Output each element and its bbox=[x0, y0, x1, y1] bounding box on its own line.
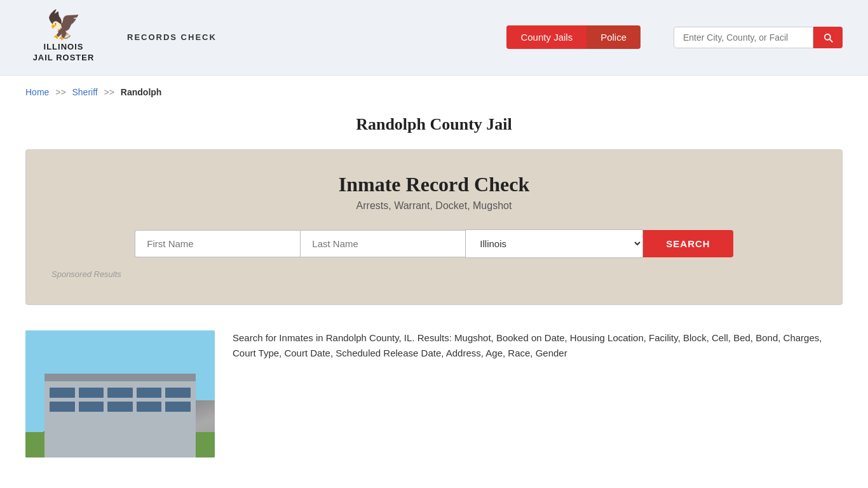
records-check-label: RECORDS CHECK bbox=[127, 32, 217, 42]
window bbox=[165, 402, 191, 412]
window bbox=[165, 388, 191, 398]
window bbox=[137, 388, 162, 398]
building-top bbox=[44, 374, 196, 381]
state-select[interactable]: IllinoisAlabamaAlaskaArizonaArkansasCali… bbox=[465, 229, 643, 258]
breadcrumb-home[interactable]: Home bbox=[25, 87, 49, 97]
window bbox=[50, 388, 75, 398]
page-title: Randolph County Jail bbox=[25, 115, 843, 134]
search-icon bbox=[822, 32, 834, 43]
window bbox=[79, 402, 104, 412]
header-search bbox=[674, 27, 843, 48]
main-nav: County Jails Police bbox=[506, 25, 641, 49]
sponsored-results-label: Sponsored Results bbox=[51, 269, 817, 279]
facility-description: Search for Inmates in Randolph County, I… bbox=[233, 330, 843, 361]
police-button[interactable]: Police bbox=[587, 25, 641, 49]
breadcrumb: Home >> Sheriff >> Randolph bbox=[0, 76, 868, 109]
first-name-input[interactable] bbox=[135, 230, 300, 257]
record-check-title: Inmate Record Check bbox=[51, 173, 817, 196]
window bbox=[107, 388, 133, 398]
window bbox=[137, 402, 162, 412]
window bbox=[50, 402, 75, 412]
record-check-box: Inmate Record Check Arrests, Warrant, Do… bbox=[25, 149, 843, 305]
window bbox=[107, 402, 133, 412]
header-search-input[interactable] bbox=[674, 27, 813, 48]
record-check-form: IllinoisAlabamaAlaskaArizonaArkansasCali… bbox=[51, 229, 817, 258]
breadcrumb-sep2: >> bbox=[104, 87, 114, 97]
site-logo[interactable]: 🦅 ILLINOIS JAIL ROSTER bbox=[25, 11, 102, 64]
bottom-section: Search for Inmates in Randolph County, I… bbox=[0, 324, 868, 483]
facility-image bbox=[25, 330, 215, 458]
county-jails-button[interactable]: County Jails bbox=[506, 25, 587, 49]
last-name-input[interactable] bbox=[300, 230, 465, 257]
page-title-area: Randolph County Jail bbox=[0, 109, 868, 149]
logo-text: ILLINOIS JAIL ROSTER bbox=[33, 42, 95, 64]
building bbox=[44, 381, 196, 458]
breadcrumb-sep1: >> bbox=[55, 87, 65, 97]
record-search-button[interactable]: SEARCH bbox=[643, 230, 733, 257]
building-windows bbox=[44, 381, 196, 418]
logo-icon: 🦅 bbox=[46, 11, 81, 39]
window bbox=[79, 388, 104, 398]
header-search-button[interactable] bbox=[813, 27, 843, 48]
record-check-subtitle: Arrests, Warrant, Docket, Mugshot bbox=[51, 200, 817, 212]
breadcrumb-sheriff[interactable]: Sheriff bbox=[72, 87, 98, 97]
site-header: 🦅 ILLINOIS JAIL ROSTER RECORDS CHECK Cou… bbox=[0, 0, 868, 76]
breadcrumb-current: Randolph bbox=[121, 87, 162, 97]
